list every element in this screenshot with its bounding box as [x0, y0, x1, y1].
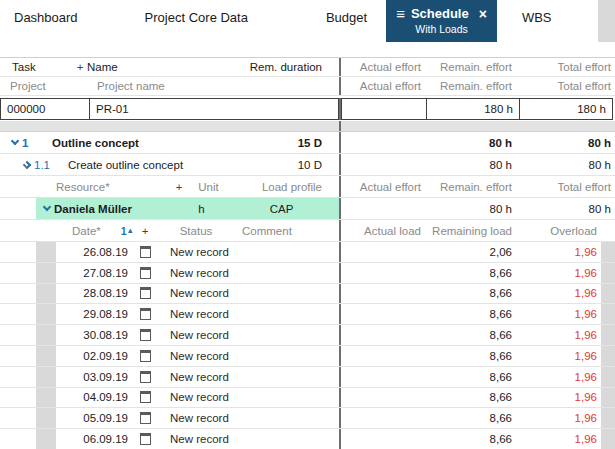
comment-cell[interactable]: [236, 408, 339, 428]
task-remain-effort: 80 h: [427, 132, 521, 153]
status-cell[interactable]: New record: [156, 267, 236, 279]
remaining-load-cell[interactable]: 8,66: [427, 346, 521, 366]
remaining-load-cell[interactable]: 8,66: [427, 263, 521, 283]
tab-project-core-data[interactable]: Project Core Data: [145, 0, 248, 25]
actual-load-cell[interactable]: [341, 429, 427, 449]
collapse-chevron-icon[interactable]: [36, 207, 54, 210]
project-remain-effort-field[interactable]: 180 h: [426, 98, 520, 120]
date-cell[interactable]: 06.09.19: [56, 433, 134, 445]
comment-cell[interactable]: [236, 346, 339, 366]
calendar-icon[interactable]: [140, 391, 151, 403]
actual-load-cell[interactable]: [341, 408, 427, 428]
remaining-load-cell[interactable]: 8,66: [427, 408, 521, 428]
tab-budget[interactable]: Budget: [326, 0, 367, 25]
comment-cell[interactable]: [236, 388, 339, 408]
comment-cell[interactable]: [236, 242, 339, 262]
actual-load-cell[interactable]: [341, 325, 427, 345]
date-cell[interactable]: 03.09.19: [56, 371, 134, 383]
status-cell[interactable]: New record: [156, 412, 236, 424]
status-cell[interactable]: New record: [156, 350, 236, 362]
comment-cell[interactable]: [236, 325, 339, 345]
add-task-icon[interactable]: +: [73, 61, 87, 73]
project-name-field[interactable]: PR-01: [89, 98, 339, 120]
remaining-load-cell[interactable]: 8,66: [427, 284, 521, 304]
status-cell[interactable]: New record: [156, 391, 236, 403]
status-cell[interactable]: New record: [156, 287, 236, 299]
status-cell[interactable]: New record: [156, 308, 236, 320]
status-cell[interactable]: New record: [156, 433, 236, 445]
tab-schedule[interactable]: ≡ Schedule × With Loads: [386, 0, 497, 42]
calendar-icon[interactable]: [140, 350, 151, 362]
calendar-icon[interactable]: [140, 371, 151, 383]
resource-unit[interactable]: h: [179, 203, 224, 215]
scrollbar-track[interactable]: [601, 408, 615, 428]
resource-row-selected[interactable]: Daniela Müller h CAP 80 h 80 h: [0, 198, 615, 220]
sort-ascending-control[interactable]: 1▲: [121, 225, 134, 237]
task-rem-duration[interactable]: 10 D: [244, 159, 339, 171]
comment-cell[interactable]: [236, 284, 339, 304]
collapse-chevron-icon[interactable]: [8, 141, 22, 144]
actual-load-cell[interactable]: [341, 304, 427, 324]
date-cell[interactable]: 05.09.19: [56, 412, 134, 424]
scrollbar-track[interactable]: [601, 367, 615, 387]
remaining-load-cell[interactable]: 2,06: [427, 242, 521, 262]
resource-name[interactable]: Daniela Müller: [54, 203, 179, 215]
task-name[interactable]: Outline concept: [52, 137, 244, 149]
actual-load-cell[interactable]: [341, 284, 427, 304]
overload-cell: 1,96: [521, 346, 601, 366]
calendar-icon[interactable]: [140, 287, 151, 299]
comment-cell[interactable]: [236, 429, 339, 449]
remaining-load-cell[interactable]: 8,66: [427, 304, 521, 324]
calendar-icon[interactable]: [140, 412, 151, 424]
date-cell[interactable]: 28.08.19: [56, 287, 134, 299]
status-cell[interactable]: New record: [156, 371, 236, 383]
menu-icon[interactable]: ≡: [396, 6, 405, 21]
close-icon[interactable]: ×: [479, 7, 487, 21]
resource-load-profile[interactable]: CAP: [224, 203, 339, 215]
actual-load-cell[interactable]: [341, 263, 427, 283]
actual-load-cell[interactable]: [341, 388, 427, 408]
calendar-icon[interactable]: [140, 267, 151, 279]
scrollbar-track[interactable]: [601, 325, 615, 345]
comment-cell[interactable]: [236, 304, 339, 324]
project-total-effort-field[interactable]: 180 h: [519, 98, 613, 120]
date-cell[interactable]: 27.08.19: [56, 267, 134, 279]
scrollbar-track[interactable]: [601, 388, 615, 408]
date-cell[interactable]: 29.08.19: [56, 308, 134, 320]
expand-chevron-icon[interactable]: [20, 162, 34, 168]
calendar-icon[interactable]: [140, 433, 151, 445]
scrollbar-track[interactable]: [601, 304, 615, 324]
remaining-load-cell[interactable]: 8,66: [427, 367, 521, 387]
row-gutter: [36, 263, 56, 283]
status-cell[interactable]: New record: [156, 329, 236, 341]
remaining-load-cell[interactable]: 8,66: [427, 325, 521, 345]
scrollbar-track[interactable]: [601, 429, 615, 449]
comment-cell[interactable]: [236, 263, 339, 283]
project-id-field[interactable]: 000000: [0, 98, 90, 120]
project-actual-effort-field[interactable]: [341, 98, 427, 120]
date-cell[interactable]: 02.09.19: [56, 350, 134, 362]
task-rem-duration[interactable]: 15 D: [244, 137, 339, 149]
actual-load-cell[interactable]: [341, 346, 427, 366]
remaining-load-cell[interactable]: 8,66: [427, 429, 521, 449]
add-resource-icon[interactable]: +: [172, 181, 186, 193]
calendar-icon[interactable]: [140, 308, 151, 320]
comment-cell[interactable]: [236, 367, 339, 387]
status-cell[interactable]: New record: [156, 246, 236, 258]
scrollbar-track[interactable]: [601, 346, 615, 366]
tab-wbs[interactable]: WBS: [522, 0, 552, 25]
date-cell[interactable]: 04.09.19: [56, 391, 134, 403]
date-cell[interactable]: 26.08.19: [56, 246, 134, 258]
scrollbar-track[interactable]: [601, 242, 615, 262]
task-name[interactable]: Create outline concept: [68, 159, 244, 171]
calendar-icon[interactable]: [140, 329, 151, 341]
actual-load-cell[interactable]: [341, 242, 427, 262]
actual-load-cell[interactable]: [341, 367, 427, 387]
calendar-icon[interactable]: [140, 246, 151, 258]
scrollbar-track[interactable]: [601, 284, 615, 304]
add-load-record-icon[interactable]: +: [134, 225, 156, 237]
tab-dashboard[interactable]: Dashboard: [14, 0, 78, 25]
remaining-load-cell[interactable]: 8,66: [427, 388, 521, 408]
scrollbar-track[interactable]: [601, 263, 615, 283]
date-cell[interactable]: 30.08.19: [56, 329, 134, 341]
